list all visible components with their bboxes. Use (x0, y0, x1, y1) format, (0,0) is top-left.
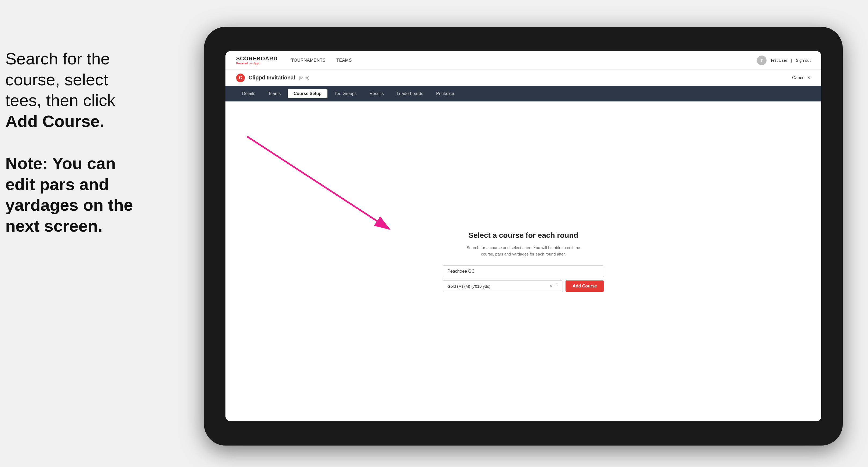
tee-select-row: Gold (M) (M) (7010 yds) ✕ ⌃ Add Course (443, 280, 604, 292)
course-search-input[interactable] (443, 266, 604, 277)
tab-course-setup[interactable]: Course Setup (288, 89, 328, 98)
annotation-line2: course, select (5, 69, 172, 90)
nav-teams[interactable]: TEAMS (336, 58, 352, 63)
tab-tee-groups[interactable]: Tee Groups (329, 89, 363, 98)
navbar-nav: TOURNAMENTS TEAMS (291, 58, 756, 63)
cancel-button[interactable]: Cancel ✕ (792, 75, 811, 80)
user-label: Test User (770, 58, 787, 63)
navbar: SCOREBOARD Powered by clippd TOURNAMENTS… (225, 51, 821, 70)
tablet-frame: SCOREBOARD Powered by clippd TOURNAMENTS… (204, 27, 843, 445)
note-line4: next screen. (5, 216, 172, 237)
tournament-name: Clippd Invitational (249, 74, 295, 81)
annotation-line3: tees, then click (5, 90, 172, 111)
navbar-user: T Test User | Sign out (757, 56, 811, 65)
tab-printables[interactable]: Printables (430, 89, 461, 98)
tee-controls: ✕ ⌃ (550, 284, 558, 288)
tee-clear-icon[interactable]: ✕ (550, 284, 553, 288)
tablet-screen: SCOREBOARD Powered by clippd TOURNAMENTS… (225, 51, 821, 422)
clippd-icon: C (236, 73, 245, 82)
note-line1: Note: You can (5, 153, 172, 174)
annotation-note: Note: You can edit pars and yardages on … (5, 153, 172, 236)
add-course-button[interactable]: Add Course (565, 280, 604, 292)
course-card-subtitle: Search for a course and select a tee. Yo… (443, 245, 604, 257)
course-card: Select a course for each round Search fo… (443, 231, 604, 292)
note-line3: yardages on the (5, 195, 172, 216)
tab-details[interactable]: Details (236, 89, 261, 98)
tournament-title: C Clippd Invitational (Men) (236, 73, 309, 82)
main-content: Select a course for each round Search fo… (225, 101, 821, 422)
note-line2: edit pars and (5, 174, 172, 195)
brand-title: SCOREBOARD (236, 56, 278, 62)
annotation-block: Search for the course, select tees, then… (5, 48, 172, 236)
user-avatar: T (757, 56, 767, 65)
tee-chevron-icon[interactable]: ⌃ (555, 284, 558, 288)
tab-leaderboards[interactable]: Leaderboards (391, 89, 429, 98)
svg-line-1 (247, 136, 389, 229)
tournament-bar: C Clippd Invitational (Men) Cancel ✕ (225, 70, 821, 86)
nav-tournaments[interactable]: TOURNAMENTS (291, 58, 326, 63)
course-card-heading: Select a course for each round (443, 231, 604, 240)
brand: SCOREBOARD Powered by clippd (236, 56, 278, 65)
annotation-line1: Search for the (5, 48, 172, 69)
brand-sub: Powered by clippd (236, 62, 278, 65)
sign-out-link[interactable]: Sign out (796, 58, 811, 63)
tab-bar: Details Teams Course Setup Tee Groups Re… (225, 86, 821, 101)
tee-value: Gold (M) (M) (7010 yds) (447, 284, 490, 288)
tournament-badge: (Men) (299, 75, 309, 80)
tee-select[interactable]: Gold (M) (M) (7010 yds) ✕ ⌃ (443, 280, 563, 292)
separator: | (791, 58, 792, 63)
annotation-line4: Add Course. (5, 111, 172, 132)
tab-results[interactable]: Results (364, 89, 390, 98)
tab-teams[interactable]: Teams (262, 89, 287, 98)
